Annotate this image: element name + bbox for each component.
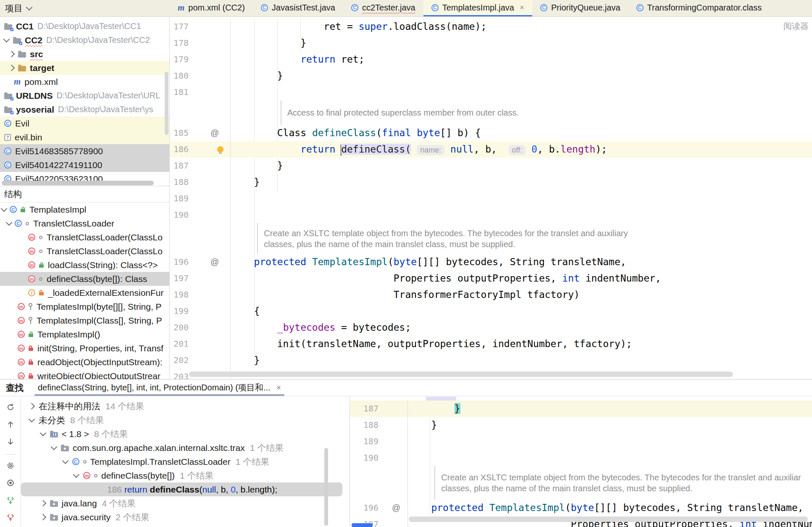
code-text[interactable] [408, 433, 812, 450]
code-line[interactable]: 189 [170, 190, 812, 207]
project-tree-item[interactable]: CEvil540142274191100 [0, 158, 169, 172]
code-text[interactable]: } [408, 417, 812, 433]
code-line[interactable]: 199 { [170, 303, 812, 319]
chevron-down-icon[interactable] [62, 458, 68, 464]
project-tool-window-header[interactable]: 项目 [0, 0, 170, 16]
code-line[interactable]: 180 } [170, 68, 812, 84]
preview-horizontal-scrollbar[interactable] [409, 516, 808, 522]
code-text[interactable]: protected TemplatesImpl(byte[][] bytecod… [408, 500, 812, 516]
code-line[interactable]: 198 TransformerFactoryImpl tfactory) [170, 287, 812, 303]
structure-tree-item[interactable]: CTransletClassLoader [0, 216, 169, 230]
code-line[interactable]: 178 } [170, 35, 812, 51]
editor-tab[interactable]: mpom.xml (CC2) [170, 0, 253, 16]
project-tree-item[interactable]: CC2D:\Desktop\JavaTester\CC2 [0, 33, 169, 47]
code-line[interactable]: 179 return ret; [170, 51, 812, 68]
structure-tree-item[interactable]: mwriteObject(ObjectOutputStrear [0, 369, 169, 379]
structure-tree-item[interactable]: minit(String, Properties, int, Transf [0, 341, 169, 355]
reader-mode-label[interactable]: 阅读器 [783, 21, 809, 32]
structure-tree-item[interactable]: f_loadedExternalExtensionFur [0, 286, 169, 300]
close-icon[interactable]: × [276, 383, 281, 393]
close-icon[interactable]: × [520, 3, 524, 12]
code-text[interactable]: init(transletName, outputProperties, ind… [231, 336, 812, 352]
collapse-all-icon[interactable] [6, 513, 15, 524]
code-line[interactable]: 187 } [350, 401, 812, 417]
structure-panel-header[interactable]: 结构 [0, 186, 169, 203]
code-text[interactable]: { [231, 303, 812, 319]
refresh-icon[interactable] [6, 403, 15, 414]
code-text[interactable] [231, 84, 812, 100]
structure-tree-item[interactable]: mreadObject(ObjectInputStream): [0, 355, 169, 369]
up-arrow-icon[interactable] [6, 420, 15, 431]
chevron-right-icon[interactable] [39, 514, 46, 521]
find-tree-item[interactable]: java.lang4 个结果 [21, 496, 350, 510]
pin-target-icon[interactable] [6, 478, 15, 489]
find-tree-item[interactable]: 在注释中的用法14 个结果 [21, 399, 350, 413]
code-line[interactable]: 190 [350, 450, 812, 466]
code-line[interactable]: 177 ret = super.loadClass(name); [170, 18, 812, 35]
code-line[interactable]: 190 [170, 207, 812, 223]
chevron-down-icon[interactable] [6, 219, 13, 226]
code-text[interactable]: protected TemplatesImpl(byte[][] bytecod… [231, 254, 812, 270]
code-line[interactable]: 186 return defineClass( name: null, b, o… [170, 141, 812, 158]
find-tree-item[interactable]: < 1.8 >8 个结果 [21, 427, 350, 441]
code-line[interactable]: 201 init(transletName, outputProperties,… [170, 336, 812, 352]
project-tree-item[interactable]: target [0, 61, 169, 75]
code-text[interactable]: } [231, 174, 812, 190]
chevron-down-icon[interactable] [39, 430, 46, 437]
find-results-tab[interactable]: defineClass(String, byte[], int, int, Pr… [30, 379, 289, 396]
preview-scrollbar-accent[interactable] [352, 523, 373, 527]
structure-tree-item[interactable]: mTransletClassLoader(ClassLo [0, 230, 169, 244]
project-tree-item[interactable]: URLDNSD:\Desktop\JavaTester\URL [0, 89, 169, 103]
code-line[interactable]: 202 } [170, 352, 812, 369]
code-line[interactable]: 187 } [170, 158, 812, 174]
project-tree-item[interactable]: mpom.xml [0, 75, 169, 89]
structure-tree-item[interactable]: mdefineClass(byte[]): Class [0, 272, 169, 286]
editor-tab[interactable]: CTemplatesImpl.java× [423, 0, 532, 16]
code-text[interactable] [408, 450, 812, 466]
structure-tree-item[interactable]: mTransletClassLoader(ClassLo [0, 244, 169, 258]
chevron-right-icon[interactable] [8, 65, 15, 71]
chevron-down-icon[interactable] [73, 472, 80, 478]
code-text[interactable]: } [231, 35, 812, 51]
code-line[interactable]: 181 [170, 84, 812, 100]
project-tree-item[interactable]: ysoserialD:\Desktop\JavaTester\ys [0, 103, 169, 116]
code-text[interactable]: } [408, 401, 812, 417]
intention-bulb-icon[interactable] [217, 146, 223, 153]
code-text[interactable]: _bytecodes = bytecodes; [231, 319, 812, 336]
expand-all-icon[interactable] [6, 495, 15, 506]
code-line[interactable]: 189 [350, 433, 812, 450]
find-tree-item[interactable]: mdefineClass(byte[])1 个结果 [21, 469, 350, 482]
chevron-right-icon[interactable] [8, 51, 15, 58]
structure-tree-item[interactable]: mTemplatesImpl() [0, 327, 169, 341]
project-vertical-scrollbar[interactable] [165, 72, 168, 135]
structure-tree-item[interactable]: CTemplatesImpl [0, 203, 169, 216]
code-text[interactable]: return defineClass( name: null, b, off: … [231, 141, 812, 158]
editor-tab[interactable]: CJavasistTest.java [253, 0, 343, 16]
chevron-down-icon[interactable] [26, 4, 33, 11]
structure-tree-item[interactable]: mTemplatesImpl(byte[][], String, P [0, 300, 169, 314]
code-text[interactable]: ret = super.loadClass(name); [231, 18, 812, 35]
code-line[interactable]: 188 } [350, 417, 812, 433]
chevron-down-icon[interactable] [29, 416, 35, 423]
project-tree-item[interactable]: ?evil.bin [0, 130, 169, 144]
find-tree-item[interactable]: java.security2 个结果 [21, 510, 350, 524]
code-line[interactable]: 197 Properties outputProperties, int ind… [170, 270, 812, 287]
find-tree-item[interactable]: CTemplatesImpl.TransletClassLoader1 个结果 [21, 455, 350, 469]
project-tree-item[interactable]: CC1D:\Desktop\JavaTester\CC1 [0, 19, 169, 33]
chevron-down-icon[interactable] [51, 444, 58, 451]
find-preview-editor[interactable]: 187 }188 }189190Create an XSLTC template… [350, 397, 812, 527]
editor-tab[interactable]: Ccc2Tester.java [343, 0, 423, 16]
gear-icon[interactable] [6, 461, 15, 472]
chevron-down-icon[interactable] [1, 206, 8, 212]
find-tree-item[interactable]: com.sun.org.apache.xalan.internal.xsltc.… [21, 441, 350, 455]
code-text[interactable]: } [231, 68, 812, 84]
code-line[interactable]: 200 _bytecodes = bytecodes; [170, 319, 812, 336]
code-line[interactable]: 188 } [170, 174, 812, 190]
editor-horizontal-scrollbar[interactable] [189, 372, 733, 377]
find-result-line[interactable]: 186 return defineClass(null, b, 0, b.len… [21, 482, 350, 496]
project-tree-item[interactable]: CEvil514683585778900 [0, 144, 169, 158]
editor-tab[interactable]: CTransformingComparator.class [628, 0, 770, 16]
chevron-down-icon[interactable] [3, 36, 10, 43]
code-text[interactable]: Class defineClass(final byte[] b) { [231, 125, 812, 141]
chevron-right-icon[interactable] [39, 500, 46, 507]
